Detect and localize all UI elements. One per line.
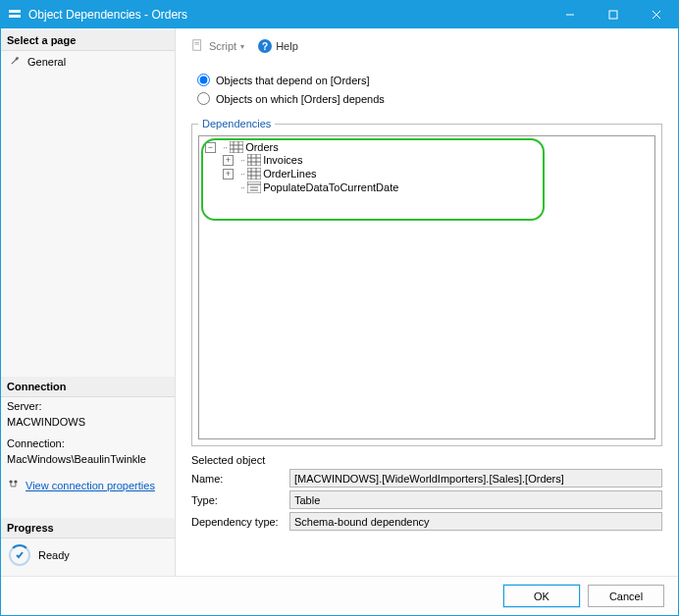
toolbar: Script ▾ ? Help	[191, 38, 662, 65]
server-value: MACWINDOWS	[7, 415, 169, 431]
connection-header: Connection	[1, 377, 175, 397]
connection-info: Server: MACWINDOWS Connection: MacWindow…	[1, 397, 175, 474]
title-bar: Object Dependencies - Orders	[1, 1, 678, 28]
minimize-button[interactable]	[548, 1, 592, 28]
tree-node-invoices[interactable]: + ·· Invoices	[223, 154, 649, 166]
help-icon: ?	[258, 39, 272, 53]
chevron-down-icon: ▾	[240, 42, 244, 51]
radio-objects-depend-on-input[interactable]	[197, 74, 210, 86]
type-value: Table	[289, 490, 662, 509]
dependencies-legend: Dependencies	[198, 118, 275, 129]
tree-node-orders[interactable]: − ·· Orders	[205, 141, 649, 153]
progress-status: Ready	[38, 549, 70, 561]
name-label: Name:	[191, 473, 289, 485]
connection-value: MacWindows\BeaulinTwinkle	[7, 452, 169, 468]
select-page-header: Select a page	[1, 30, 175, 51]
tree-node-label: PopulateDataToCurrentDate	[263, 181, 398, 193]
dialog-footer: OK Cancel	[1, 576, 678, 615]
radio-objects-on-which-depends[interactable]: Objects on which [Orders] depends	[197, 89, 662, 108]
maximize-button[interactable]	[592, 1, 635, 28]
svg-rect-1	[9, 15, 21, 18]
svg-rect-3	[609, 11, 617, 19]
sidebar: Select a page General Connection Server:…	[1, 28, 176, 576]
expand-icon[interactable]: +	[223, 155, 234, 166]
script-label: Script	[209, 40, 236, 52]
radio-objects-depend-on-label: Objects that depend on [Orders]	[216, 75, 370, 86]
svg-point-6	[9, 480, 12, 483]
table-icon	[247, 154, 261, 166]
radio-objects-on-which-depends-input[interactable]	[197, 92, 210, 105]
tree-node-label: Orders	[245, 141, 279, 153]
app-icon	[7, 7, 23, 23]
svg-rect-0	[9, 10, 21, 13]
type-label: Type:	[191, 494, 289, 506]
progress-spinner-icon	[9, 544, 30, 566]
table-icon	[247, 168, 261, 180]
tree-node-orderlines[interactable]: + ·· OrderLines	[223, 168, 649, 180]
dependency-type-value: Schema-bound dependency	[289, 512, 662, 531]
dependency-type-label: Dependency type:	[191, 516, 289, 528]
help-label: Help	[276, 40, 298, 52]
connection-label: Connection:	[7, 436, 169, 452]
procedure-icon	[247, 181, 261, 193]
close-button[interactable]	[635, 1, 678, 28]
progress-status-row: Ready	[1, 539, 175, 576]
sidebar-item-general[interactable]: General	[1, 51, 175, 72]
view-connection-properties[interactable]: View connection properties	[1, 474, 175, 496]
selected-object-header: Selected object	[191, 454, 662, 466]
progress-header: Progress	[1, 518, 175, 539]
svg-rect-11	[230, 141, 243, 153]
name-value: [MACWINDOWS].[WideWorldImporters].[Sales…	[289, 469, 662, 488]
tree-node-label: Invoices	[263, 154, 302, 166]
selected-object-details: Selected object Name: [MACWINDOWS].[Wide…	[191, 454, 662, 534]
tree-node-populatedata[interactable]: ·· PopulateDataToCurrentDate	[223, 181, 649, 193]
blank-expand	[223, 182, 234, 193]
content-panel: Script ▾ ? Help Objects that depend on […	[176, 28, 678, 576]
table-icon	[230, 141, 243, 153]
connection-icon	[7, 478, 20, 492]
collapse-icon[interactable]: −	[205, 142, 216, 153]
svg-rect-8	[193, 40, 201, 51]
svg-point-7	[14, 480, 17, 483]
server-label: Server:	[7, 399, 169, 415]
help-button[interactable]: ? Help	[258, 39, 298, 53]
expand-icon[interactable]: +	[223, 169, 234, 180]
tree-node-label: OrderLines	[263, 168, 316, 180]
svg-rect-16	[247, 154, 261, 166]
cancel-button[interactable]: Cancel	[588, 585, 664, 607]
sidebar-item-label: General	[27, 56, 66, 68]
wrench-icon	[9, 54, 22, 69]
radio-objects-depend-on[interactable]: Objects that depend on [Orders]	[197, 71, 662, 89]
view-connection-properties-link[interactable]: View connection properties	[26, 480, 155, 491]
script-icon	[191, 38, 205, 54]
dependencies-fieldset: Dependencies − ·· Orders	[191, 118, 662, 446]
window-title: Object Dependencies - Orders	[28, 8, 548, 22]
radio-objects-on-which-depends-label: Objects on which [Orders] depends	[216, 93, 385, 105]
ok-button[interactable]: OK	[503, 585, 580, 607]
svg-rect-21	[247, 168, 261, 180]
script-button[interactable]: Script ▾	[191, 38, 244, 54]
dependencies-tree[interactable]: − ·· Orders + ··	[198, 135, 655, 439]
